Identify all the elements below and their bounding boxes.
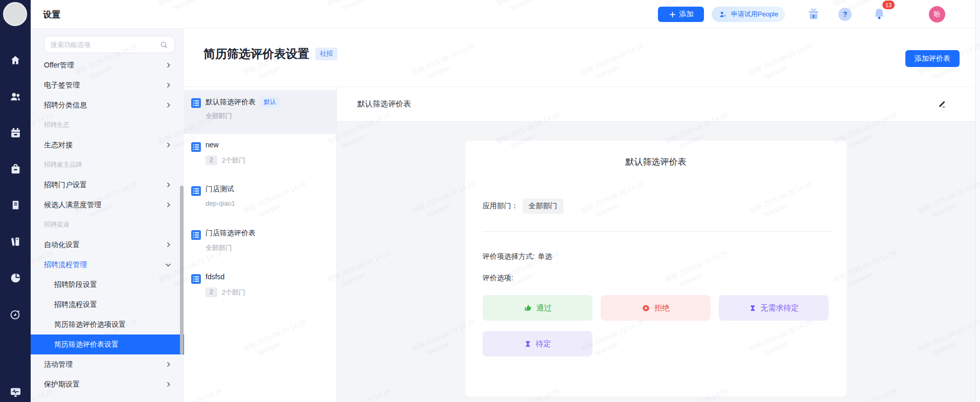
sidebar-scrollbar-thumb[interactable]: [180, 186, 184, 354]
hourglass-icon: [749, 304, 757, 312]
form-detail-title: 默认筛选评价表: [357, 99, 411, 109]
divider: [483, 231, 832, 232]
form-subtitle-text: 2个部门: [222, 288, 245, 297]
sidebar-section-label: 招聘雇主品牌: [31, 155, 184, 175]
list-icon: [191, 186, 201, 196]
form-subtitle: 全部部门: [206, 243, 232, 253]
sidebar-item-label: 生态对接: [44, 141, 73, 150]
sidebar-item[interactable]: 活动管理: [31, 354, 184, 374]
sidebar-item[interactable]: 招聘分类信息: [31, 95, 184, 115]
sidebar-item[interactable]: 招聘流程管理: [31, 255, 184, 275]
sidebar-subitem-selected[interactable]: 简历筛选评价表设置: [31, 334, 184, 354]
mode-value: 单选: [538, 252, 552, 261]
evaluation-form-item[interactable]: 门店测试dep-qiao1: [184, 178, 336, 222]
page-header: 简历筛选评价表设置 社招 添加评价表: [184, 29, 975, 87]
sidebar-item[interactable]: 电子签管理: [31, 75, 184, 95]
notification-badge: 13: [882, 1, 895, 9]
form-subtitle: 22个部门: [206, 155, 245, 165]
receipt-icon[interactable]: [0, 187, 31, 224]
sidebar-item-label: 招聘流程管理: [44, 260, 87, 270]
sidebar-item[interactable]: 候选人满意度管理: [31, 195, 184, 215]
form-subtitle: 全部部门: [206, 111, 232, 121]
top-bar: 设置 添加 申请试用People ? 13 盼: [31, 0, 980, 29]
search-icon: [159, 40, 168, 49]
evaluation-form-item[interactable]: fdsfsd22个部门: [184, 266, 336, 310]
evaluation-option-待定[interactable]: 待定: [483, 331, 592, 356]
compass-icon[interactable]: [0, 296, 31, 332]
sidebar-item[interactable]: 招聘门户设置: [31, 175, 184, 195]
list-icon: [191, 98, 201, 108]
chevron-right-icon: [165, 381, 172, 388]
form-subtitle-text: 全部部门: [206, 243, 232, 253]
evaluation-option-无需求待定[interactable]: 无需求待定: [719, 295, 829, 321]
evaluation-option-label: 通过: [536, 303, 552, 313]
settings-title: 设置: [43, 9, 60, 20]
users-icon[interactable]: [0, 78, 31, 115]
list-icon: [191, 230, 201, 240]
evaluation-form-list: 默认筛选评价表默认全部部门new22个部门门店测试dep-qiao1门店筛选评价…: [184, 87, 336, 402]
workspace-avatar[interactable]: [3, 2, 27, 26]
evaluation-form-item[interactable]: new22个部门: [184, 134, 336, 178]
search-input[interactable]: [51, 41, 159, 49]
chevron-down-icon: [165, 261, 172, 269]
sidebar-item[interactable]: 保护期设置: [31, 374, 184, 394]
evaluation-form-item[interactable]: 门店筛选评价表全部部门: [184, 222, 336, 266]
form-subtitle: dep-qiao1: [206, 199, 235, 207]
sidebar-item[interactable]: Offer管理: [31, 55, 184, 75]
form-detail-panel: 默认筛选评价表 默认筛选评价表 应用部门： 全部部门 评价项选择方式: 单选: [336, 87, 975, 402]
chevron-right-icon: [165, 62, 172, 69]
help-icon[interactable]: ?: [838, 8, 852, 21]
form-name: 默认筛选评价表: [206, 98, 256, 107]
sidebar-item[interactable]: 自动化设置: [31, 235, 184, 255]
notification-bell-icon[interactable]: [872, 7, 886, 21]
sidebar-item-label: 候选人满意度管理: [44, 200, 101, 210]
trial-people-button[interactable]: 申请试用People: [712, 7, 785, 22]
user-avatar[interactable]: 盼: [929, 6, 945, 23]
evaluation-option-通过[interactable]: 通过: [483, 295, 592, 321]
recruit-type-tag: 社招: [315, 48, 337, 60]
bag-icon[interactable]: [0, 151, 31, 187]
form-subtitle-text: 2个部门: [222, 156, 245, 165]
options-label: 评价选项:: [483, 274, 513, 283]
main-content: 简历筛选评价表设置 社招 添加评价表 默认筛选评价表默认全部部门new22个部门…: [184, 29, 975, 402]
page-scrollbar-gutter[interactable]: [975, 0, 980, 402]
x-circle-icon: [642, 304, 650, 312]
calendar-icon[interactable]: [0, 115, 31, 151]
sidebar-subitem[interactable]: 招聘阶段设置: [31, 275, 184, 295]
evaluation-form-card: 默认筛选评价表 应用部门： 全部部门 评价项选择方式: 单选 评价选项: 通过拒…: [465, 141, 847, 396]
apps-grid-icon[interactable]: [903, 8, 917, 21]
dept-count-chip: 2: [206, 287, 217, 297]
evaluation-option-label: 无需求待定: [761, 303, 799, 313]
mode-label: 评价项选择方式:: [483, 252, 535, 261]
gift-icon[interactable]: [807, 7, 821, 21]
add-evaluation-form-button[interactable]: 添加评价表: [905, 50, 960, 67]
books-icon[interactable]: [0, 224, 31, 260]
form-name: new: [206, 141, 219, 149]
form-subtitle-text: dep-qiao1: [206, 199, 235, 207]
sidebar-item-label: 招聘分类信息: [44, 101, 87, 110]
chevron-right-icon: [165, 361, 172, 368]
plus-icon: [669, 11, 676, 18]
pie-chart-icon[interactable]: [0, 260, 31, 296]
form-name: 门店筛选评价表: [206, 229, 256, 238]
form-detail-header: 默认筛选评价表: [337, 87, 975, 122]
chevron-right-icon: [165, 202, 172, 208]
sidebar-item-label: 活动管理: [44, 360, 73, 369]
edit-pencil-icon[interactable]: [937, 99, 947, 109]
sidebar-subitem[interactable]: 简历筛选评价选项设置: [31, 315, 184, 334]
add-button[interactable]: 添加: [658, 7, 704, 22]
chevron-right-icon: [165, 142, 172, 148]
list-icon: [191, 142, 201, 152]
form-detail-body: 默认筛选评价表 应用部门： 全部部门 评价项选择方式: 单选 评价选项: 通过拒…: [337, 122, 975, 402]
evaluation-option-拒绝[interactable]: 拒绝: [601, 295, 711, 321]
home-icon[interactable]: [0, 42, 31, 78]
grid-diamond-cell: [912, 9, 916, 12]
form-subtitle: 22个部门: [206, 287, 245, 297]
search-box: [44, 36, 175, 53]
sidebar-subitem[interactable]: 招聘流程设置: [31, 295, 184, 315]
monitor-pulse-icon[interactable]: [9, 385, 22, 399]
evaluation-form-item[interactable]: 默认筛选评价表默认全部部门: [184, 90, 336, 134]
sidebar-item-label: Offer管理: [44, 61, 74, 70]
sidebar-item-label: 电子签管理: [44, 81, 80, 90]
sidebar-item[interactable]: 生态对接: [31, 135, 184, 155]
